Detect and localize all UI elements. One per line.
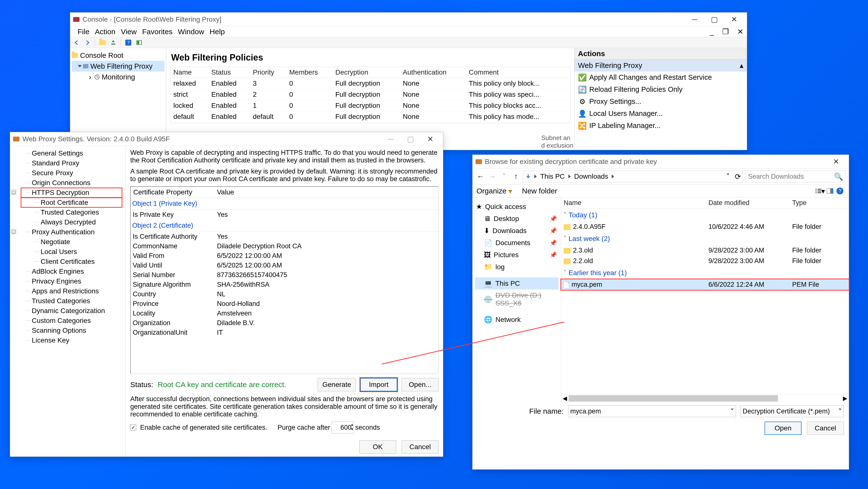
tree-collapse-icon[interactable]: ▢	[11, 190, 16, 195]
maximize-button[interactable]: ▢	[705, 14, 724, 25]
filename-input[interactable]	[568, 405, 736, 417]
settings-titlebar[interactable]: Web Proxy Settings. Version: 2.4.0.0 Bui…	[10, 132, 443, 146]
settings-tree-item[interactable]: Dynamic Categorization	[21, 306, 122, 316]
policy-row[interactable]: defaultEnableddefault0Full decryptionNon…	[170, 111, 570, 122]
crumb-downloads-icon[interactable]	[523, 173, 533, 180]
cache-checkbox[interactable]: ✓	[130, 425, 136, 430]
settings-tree-item[interactable]: Standard Proxy	[21, 158, 122, 168]
up-folder-button[interactable]	[97, 38, 107, 47]
close-button[interactable]: ✕	[724, 14, 744, 25]
actions-item[interactable]: 👤Local Users Manager...	[575, 107, 747, 120]
settings-tree-item[interactable]: AdBlock Engines	[21, 266, 122, 276]
spinner-buttons[interactable]: ▴▾	[351, 422, 353, 431]
child-minimize[interactable]: _	[708, 26, 715, 37]
show-hide-button[interactable]	[134, 38, 144, 47]
col-name[interactable]: Name	[564, 199, 708, 207]
menu-action[interactable]: Action	[95, 28, 115, 36]
settings-tree-item[interactable]: Client Certificates	[21, 257, 122, 266]
tree-collapse-icon[interactable]: ▢	[11, 229, 16, 234]
collapse-icon[interactable]: ▴	[740, 61, 743, 70]
file-row[interactable]: 2.4.0.A95F10/6/2022 4:46 AMFile folder	[561, 222, 849, 232]
nav-item[interactable]: ⬇Downloads📌	[475, 225, 558, 237]
purge-value-input[interactable]	[332, 422, 353, 433]
nav-item[interactable]: 💻This PC	[475, 278, 558, 289]
actions-subheader[interactable]: Web Filtering Proxy▴	[575, 60, 747, 71]
crumb-dropdown[interactable]: ˅	[723, 172, 733, 181]
col-date[interactable]: Date modified	[708, 199, 792, 207]
file-group-header[interactable]: ˅ Today (1)	[561, 208, 849, 222]
actions-item[interactable]: ⚙Proxy Settings...	[575, 96, 747, 107]
settings-tree-item[interactable]: Trusted Categories	[21, 207, 122, 217]
hscroll-left[interactable]: ◄	[561, 394, 568, 403]
import-button[interactable]: Import	[360, 378, 397, 391]
file-row[interactable]: 2.2.old9/28/2022 3:00 AMFile folder	[561, 256, 849, 266]
search-icon[interactable]: 🔍	[834, 172, 843, 181]
tree-web-filtering-proxy[interactable]: Web Filtering Proxy	[72, 61, 164, 72]
settings-tree-item[interactable]: Negotiate	[21, 237, 122, 247]
export-button[interactable]	[108, 38, 118, 47]
nav-item[interactable]: 📄Documents📌	[475, 237, 558, 249]
settings-tree-item[interactable]: Origin Connections	[21, 178, 122, 188]
generate-button[interactable]: Generate	[318, 378, 356, 391]
file-group-header[interactable]: ˅ Earlier this year (1)	[561, 266, 849, 279]
nav-item[interactable]: 🖥Desktop📌	[475, 213, 558, 225]
ok-button[interactable]: OK	[359, 440, 396, 454]
menu-file[interactable]: File	[78, 28, 89, 36]
policy-row[interactable]: relaxedEnabled30Full decryptionNoneThis …	[170, 78, 570, 89]
tree-console-root[interactable]: Console Root	[72, 50, 164, 61]
filename-dropdown-icon[interactable]: ˅	[730, 407, 734, 416]
settings-tree-item[interactable]: Always Decrypted	[21, 217, 122, 227]
hscroll-right[interactable]: ►	[841, 394, 849, 403]
settings-tree-item[interactable]: General Settings	[21, 149, 122, 158]
minimize-button[interactable]: ─	[685, 14, 705, 25]
settings-tree-item[interactable]: Trusted Categories	[21, 296, 122, 306]
file-row[interactable]: myca.pem6/6/2022 12:24 AMPEM File	[561, 279, 849, 290]
child-close[interactable]: ✕	[736, 26, 745, 37]
new-folder-button[interactable]: New folder	[522, 187, 557, 195]
browse-cancel-button[interactable]: Cancel	[807, 422, 844, 435]
settings-tree-item[interactable]: Root Certificate	[21, 198, 122, 207]
browse-help-button[interactable]: ?	[835, 187, 845, 195]
organize-menu[interactable]: Organize ▾	[476, 187, 512, 195]
forward-button[interactable]	[83, 38, 92, 47]
back-button[interactable]	[72, 38, 82, 47]
menu-window[interactable]: Window	[178, 28, 205, 36]
file-row[interactable]: 2.3.old9/28/2022 3:00 AMFile folder	[561, 245, 849, 256]
open-button[interactable]: Open...	[402, 378, 439, 391]
menu-favorites[interactable]: Favorites	[142, 28, 173, 36]
filter-select[interactable]: Decryption Certificate (*.pem)	[740, 405, 844, 417]
hscroll-thumb[interactable]	[568, 395, 778, 402]
settings-tree-group[interactable]: ▢HTTPS Decryption	[21, 188, 122, 198]
actions-item[interactable]: 🔀IP Labeling Manager...	[575, 120, 747, 132]
nav-item[interactable]: 🖼Pictures📌	[475, 249, 558, 261]
nav-item[interactable]: 📁log	[475, 261, 558, 273]
view-mode-button[interactable]: ▾	[815, 187, 825, 195]
actions-item[interactable]: ✅Apply All Changes and Restart Service	[575, 71, 747, 84]
console-titlebar[interactable]: Console - [Console Root\Web Filtering Pr…	[70, 12, 747, 26]
nav-recent[interactable]: ˅	[499, 172, 509, 181]
refresh-button[interactable]: ⟳	[733, 172, 743, 181]
actions-item[interactable]: 🔄Reload Filtering Policies Only	[575, 84, 747, 96]
child-restore[interactable]: ❐	[721, 26, 730, 37]
settings-tree-item[interactable]: Scanning Options	[21, 326, 122, 335]
menu-view[interactable]: View	[121, 28, 137, 36]
policy-row[interactable]: strictEnabled20Full decryptionNoneThis p…	[170, 89, 570, 100]
settings-tree-group[interactable]: ▢Proxy Authentication	[21, 227, 122, 237]
settings-tree-item[interactable]: Secure Proxy	[21, 168, 122, 178]
policies-table[interactable]: NameStatusPriority MembersDecryptionAuth…	[170, 67, 570, 122]
nav-item[interactable]: 💿DVD Drive (D:) SSS_X6	[475, 289, 558, 309]
col-value[interactable]: Value	[217, 188, 234, 196]
policy-row[interactable]: lockedEnabled10Full decryptionNoneThis p…	[170, 100, 570, 111]
nav-up[interactable]: ↑	[511, 172, 521, 181]
search-input[interactable]	[748, 172, 834, 181]
settings-tree-item[interactable]: Custom Categories	[21, 316, 122, 326]
browse-titlebar[interactable]: Browse for existing decryption certifica…	[472, 155, 849, 169]
crumb-this-pc[interactable]: This PC	[538, 171, 567, 182]
preview-pane-button[interactable]	[825, 187, 835, 195]
open-file-button[interactable]: Open	[765, 422, 802, 435]
help-button[interactable]: ?	[123, 38, 133, 47]
filter-dropdown-icon[interactable]: ˅	[838, 407, 842, 416]
crumb-downloads[interactable]: Downloads	[572, 171, 611, 182]
col-cert-property[interactable]: Certificate Property	[133, 188, 217, 196]
browse-close-button[interactable]: ✕	[826, 156, 846, 167]
